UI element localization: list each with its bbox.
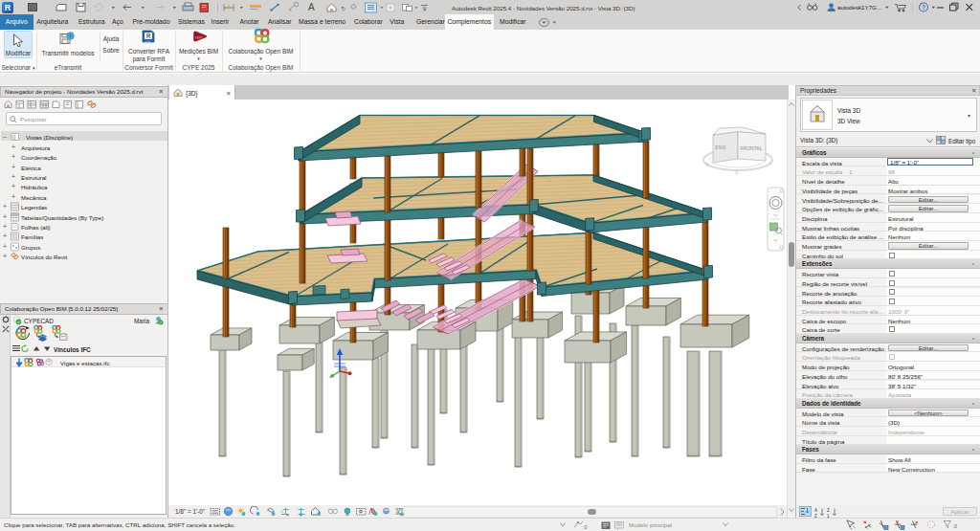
svg-text:RFA: RFA [145,41,152,45]
svg-text:?: ? [922,4,925,11]
svg-text:Z: Z [827,507,830,512]
svg-text:Z: Z [814,513,817,518]
svg-text::0: :0 [583,524,588,530]
svg-text::0: :0 [953,523,958,529]
svg-text:S: S [735,170,738,175]
svg-text:O: O [705,163,709,167]
svg-text:{}: {} [12,134,16,140]
svg-text:ESQ.: ESQ. [715,144,726,150]
svg-text:R: R [146,33,151,39]
svg-text:cype: cype [195,35,203,39]
svg-text:A: A [814,507,817,512]
svg-text:A: A [308,2,315,12]
svg-text:FRONTAL: FRONTAL [741,145,763,151]
svg-text:autodesk1Y7G...: autodesk1Y7G... [837,4,881,11]
svg-text:1: 1 [827,513,830,518]
